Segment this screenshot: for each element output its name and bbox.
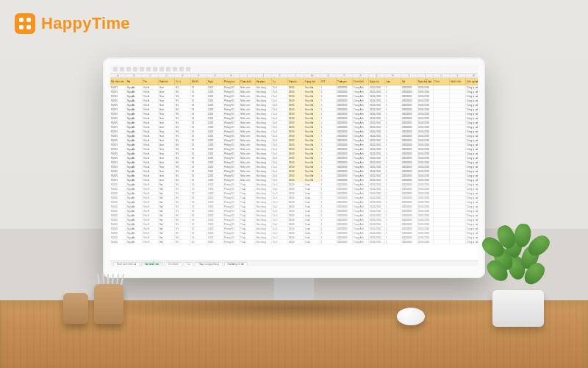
sheet-tab[interactable]: Bộ lương chi tiết <box>224 262 248 266</box>
cell: 01/01/2018 <box>417 240 434 244</box>
header-cell: Số <box>401 78 417 85</box>
cell <box>434 240 450 244</box>
header-cell: Phòng ban <box>223 78 240 85</box>
header-cell: Chi nhánh <box>353 78 369 85</box>
cell: 08:30 <box>288 240 304 244</box>
column-letter: E <box>175 74 191 77</box>
cell: NV002 <box>110 240 126 244</box>
spreadsheet-screen: ABCDEFGHIJKLMNOPQRSTUVW Mã nhân viênHọTê… <box>110 65 478 266</box>
column-letter: B <box>126 74 143 77</box>
header-cell: Giờ vào <box>288 78 304 85</box>
tool-icon <box>133 67 137 71</box>
cell <box>450 240 466 244</box>
cell: Ca 2 <box>272 240 288 244</box>
header-cell: Ngày <box>207 78 223 85</box>
table-row: NV002NguyễnVăn BNữNV0210/01Phòng KDThủyB… <box>110 240 478 244</box>
sheet-tab[interactable]: Nhập ca/ngày/tháng <box>195 262 222 266</box>
cell: 10/01 <box>207 240 223 244</box>
column-letter: N <box>320 74 337 77</box>
column-letter: H <box>223 74 240 77</box>
tool-icon <box>173 67 177 71</box>
cell: 02 <box>191 240 207 244</box>
sheet-tabs: Danh sách nhân sựSơ đồ tổ chứcChi nhánhC… <box>110 261 478 266</box>
column-letter: W <box>466 74 478 77</box>
cell: Xuất <box>304 240 320 244</box>
header-cell: Chức danh <box>240 78 256 85</box>
computer-mouse <box>397 308 425 325</box>
column-letter: C <box>143 74 159 77</box>
cell: 01/01/2018 <box>369 240 385 244</box>
cell: Trung Anh <box>353 240 369 244</box>
header-cell: Kinh nghiệm <box>466 78 478 85</box>
tool-icon <box>113 67 118 71</box>
cell: 1 <box>320 240 337 244</box>
tool-icon <box>186 67 190 71</box>
column-letter: Q <box>369 74 385 77</box>
column-letter: U <box>434 74 450 77</box>
column-letter: G <box>207 74 223 77</box>
column-letter: P <box>353 74 369 77</box>
cell: Văn B <box>143 240 159 244</box>
monitor: ABCDEFGHIJKLMNOPQRSTUVW Mã nhân viênHọTê… <box>103 57 485 315</box>
header-cell: Số kì trình <box>450 78 466 85</box>
pencil-holder <box>94 284 123 324</box>
data-rows: NV001NguyễnVăn ANamNV0110/01Phòng KDNhân… <box>110 85 478 244</box>
tool-icon <box>120 67 124 71</box>
header-cell: Họ <box>126 78 143 85</box>
column-letter: I <box>240 74 256 77</box>
monitor-bezel: ABCDEFGHIJKLMNOPQRSTUVW Mã nhân viênHọTê… <box>103 57 485 278</box>
column-letter: D <box>159 74 175 77</box>
column-letter: K <box>272 74 288 77</box>
header-cell: Vị trí <box>175 78 191 85</box>
column-letter: F <box>191 74 207 77</box>
header-cell: Ca <box>272 78 288 85</box>
header-cell: Ngày bắt đầu <box>417 78 434 85</box>
cell: Công ty cổ phần ABC <box>466 240 478 244</box>
sheet-tab[interactable]: Chi nhánh <box>165 262 182 266</box>
promo-scene: HappyTime ABCDEFGHIJK <box>0 0 588 368</box>
cell: 1 <box>385 240 401 244</box>
header-cell: Tên <box>143 78 159 85</box>
header-row: Mã nhân viênHọTênGiới tínhVị tríMã NVNgà… <box>110 78 478 85</box>
plant-pot <box>492 290 544 327</box>
column-letter: M <box>304 74 320 77</box>
sheet-tab[interactable]: Sơ đồ tổ chức <box>141 262 163 266</box>
cell: 00000000 <box>337 240 353 244</box>
header-cell: Thời gian <box>337 78 353 85</box>
cell: 00000000 <box>401 240 417 244</box>
cell: Bán hàng <box>256 240 272 244</box>
column-letter: A <box>110 74 126 77</box>
column-letter: R <box>385 74 401 77</box>
tool-icon <box>166 67 171 71</box>
header-cell: Loại <box>385 78 401 85</box>
column-letter: T <box>417 74 434 77</box>
tool-icon <box>159 67 164 71</box>
sheet-tab[interactable]: Ca <box>184 262 194 266</box>
header-cell: Ngày vào <box>369 78 385 85</box>
potted-plant <box>479 213 553 294</box>
spreadsheet-toolbar <box>110 65 478 74</box>
cell: Phòng KD <box>223 240 240 244</box>
header-cell: Trình <box>434 78 450 85</box>
column-letter: V <box>450 74 466 77</box>
cell: Nữ <box>159 240 175 244</box>
cell: NV <box>175 240 191 244</box>
column-letter: J <box>256 74 272 77</box>
tool-icon <box>146 67 151 71</box>
brand-name: HappyTime <box>41 14 130 33</box>
brand-icon <box>15 13 35 34</box>
header-cell: Mã NV <box>191 78 207 85</box>
small-cup <box>63 293 88 324</box>
brand-logo: HappyTime <box>15 13 130 34</box>
header-cell: Mã nhân viên <box>110 78 126 85</box>
tool-icon <box>126 67 131 71</box>
header-cell: Bộ phận <box>256 78 272 85</box>
cell: Nguyễn <box>126 240 143 244</box>
sheet-tab[interactable]: Danh sách nhân sự <box>113 262 140 266</box>
tool-icon <box>179 67 184 71</box>
column-letter: S <box>401 74 417 77</box>
tool-icon <box>140 67 144 71</box>
header-cell: Giới tính <box>159 78 175 85</box>
column-letter: O <box>337 74 353 77</box>
cell: Thủy <box>240 240 256 244</box>
